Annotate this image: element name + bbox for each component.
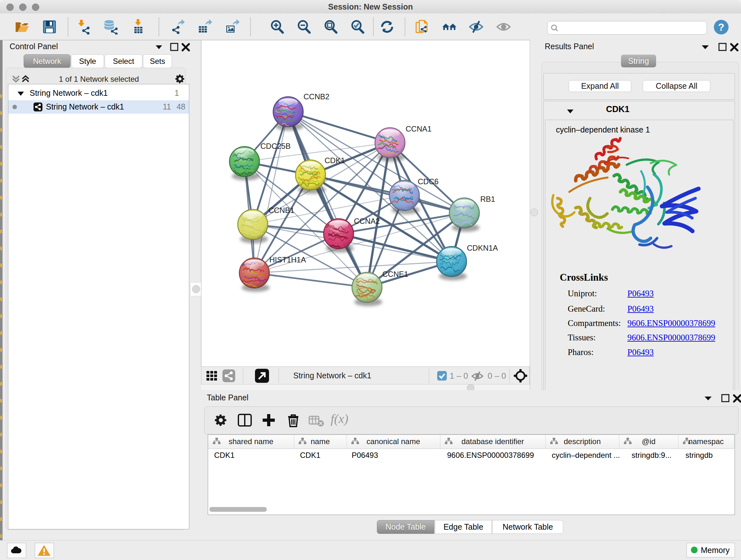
svg-text:RB1: RB1 [480,195,495,203]
svg-text:CCNB1: CCNB1 [268,206,294,214]
svg-text:CDC6: CDC6 [418,177,439,186]
svg-text:CDKN1A: CDKN1A [467,244,498,252]
svg-text:CCNB2: CCNB2 [304,92,329,101]
svg-text:HIST1H1A: HIST1H1A [269,255,306,264]
svg-text:CDC25B: CDC25B [260,142,291,150]
svg-text:CCNE1: CCNE1 [382,270,408,278]
svg-text:CDK1: CDK1 [325,156,345,165]
svg-text:CCNA2: CCNA2 [354,217,380,226]
svg-text:CCNA1: CCNA1 [406,125,431,133]
